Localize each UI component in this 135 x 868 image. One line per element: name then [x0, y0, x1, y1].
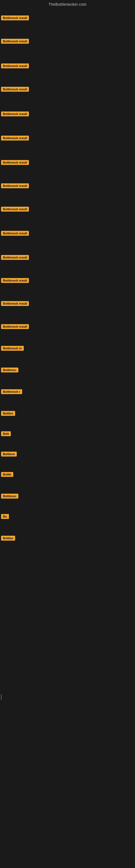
bottleneck-row-13: Bottleneck result — [1, 301, 29, 307]
bottleneck-badge-2[interactable]: Bottleneck result — [1, 39, 29, 44]
bottleneck-badge-18[interactable]: Bottlen — [1, 411, 15, 416]
bottleneck-row-21: Bottle — [1, 472, 13, 478]
bottleneck-badge-1[interactable]: Bottleneck result — [1, 16, 29, 20]
bottleneck-badge-8[interactable]: Bottleneck result — [1, 183, 29, 188]
bottleneck-badge-15[interactable]: Bottleneck re — [1, 346, 24, 351]
bottleneck-badge-12[interactable]: Bottleneck result — [1, 278, 29, 283]
bottleneck-badge-16[interactable]: Bottlenec — [1, 368, 18, 372]
site-title: TheBottlenecker.com — [0, 0, 135, 8]
bottleneck-badge-14[interactable]: Bottleneck result — [1, 324, 29, 329]
bottleneck-badge-11[interactable]: Bottleneck result — [1, 255, 29, 260]
bottleneck-row-2: Bottleneck result — [1, 39, 29, 45]
bottleneck-row-14: Bottleneck result — [1, 324, 29, 330]
bottleneck-row-9: Bottleneck result — [1, 207, 29, 213]
bottleneck-row-3: Bottleneck result — [1, 63, 29, 69]
bottleneck-row-22: Bottlenec — [1, 494, 18, 500]
bottleneck-badge-21[interactable]: Bottle — [1, 472, 13, 477]
bottleneck-badge-24[interactable]: Bottlen — [1, 536, 15, 540]
bottleneck-row-15: Bottleneck re — [1, 346, 24, 352]
bottleneck-row-6: Bottleneck result — [1, 135, 29, 142]
bottleneck-badge-6[interactable]: Bottleneck result — [1, 135, 29, 141]
bottleneck-row-4: Bottleneck result — [1, 87, 29, 93]
bottleneck-badge-23[interactable]: Bo — [1, 514, 9, 519]
bottleneck-row-20: Bottlene — [1, 452, 17, 458]
bottleneck-row-11: Bottleneck result — [1, 255, 29, 261]
bottleneck-row-19: Bott — [1, 431, 11, 437]
bottleneck-row-10: Bottleneck result — [1, 231, 29, 237]
bottleneck-badge-10[interactable]: Bottleneck result — [1, 231, 29, 236]
bottleneck-badge-3[interactable]: Bottleneck result — [1, 63, 29, 68]
bottleneck-badge-22[interactable]: Bottlenec — [1, 494, 18, 499]
bottleneck-badge-7[interactable]: Bottleneck result — [1, 160, 29, 165]
bottleneck-badge-20[interactable]: Bottlene — [1, 452, 17, 457]
bottleneck-badge-4[interactable]: Bottleneck result — [1, 87, 29, 92]
bottleneck-row-8: Bottleneck result — [1, 183, 29, 189]
bottleneck-badge-13[interactable]: Bottleneck result — [1, 301, 29, 306]
bottleneck-row-17: Bottleneck r — [1, 389, 22, 395]
bottleneck-row-18: Bottlen — [1, 411, 15, 417]
text-cursor — [1, 694, 1, 700]
bottleneck-row-5: Bottleneck result — [1, 112, 29, 118]
bottleneck-row-24: Bottlen — [1, 536, 15, 542]
site-header: TheBottlenecker.com — [0, 0, 135, 8]
bottleneck-row-12: Bottleneck result — [1, 278, 29, 284]
bottleneck-badge-17[interactable]: Bottleneck r — [1, 389, 22, 394]
bottleneck-row-23: Bo — [1, 514, 9, 520]
bottleneck-badge-5[interactable]: Bottleneck result — [1, 112, 29, 116]
bottleneck-badge-9[interactable]: Bottleneck result — [1, 207, 29, 212]
bottleneck-badge-19[interactable]: Bott — [1, 431, 11, 436]
bottleneck-row-1: Bottleneck result — [1, 16, 29, 22]
bottleneck-row-16: Bottlenec — [1, 368, 18, 373]
bottleneck-row-7: Bottleneck result — [1, 160, 29, 166]
